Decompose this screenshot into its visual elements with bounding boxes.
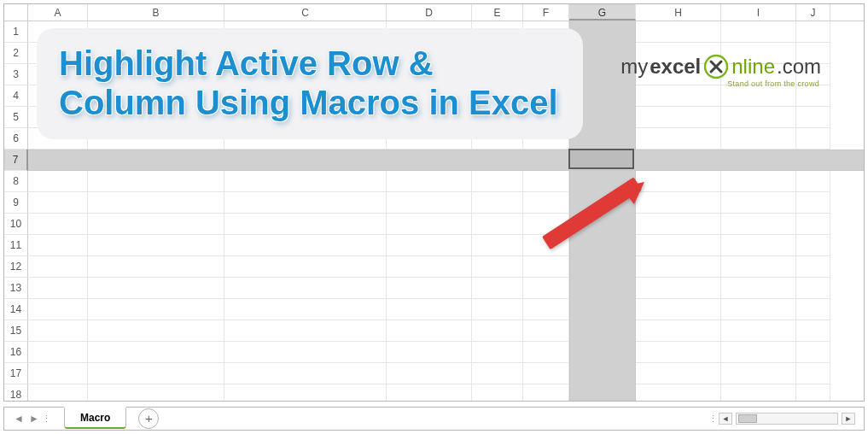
cell[interactable] <box>387 214 472 235</box>
col-head-B[interactable]: B <box>88 4 224 21</box>
row-head-16[interactable]: 16 <box>4 342 28 363</box>
hscroll-right-button[interactable]: ► <box>842 413 855 425</box>
cell[interactable] <box>88 214 224 235</box>
cell[interactable] <box>28 192 88 214</box>
cell[interactable] <box>472 342 523 363</box>
cell[interactable] <box>523 299 569 320</box>
cell[interactable] <box>796 342 830 363</box>
col-head-E[interactable]: E <box>472 4 523 21</box>
row-head-14[interactable]: 14 <box>4 299 28 320</box>
row-head-2[interactable]: 2 <box>4 43 28 64</box>
cell[interactable] <box>636 107 721 128</box>
row-head-12[interactable]: 12 <box>4 256 28 278</box>
cell[interactable] <box>472 214 523 235</box>
tab-split-handle-icon[interactable]: ⋮ <box>42 413 49 425</box>
cell[interactable] <box>28 320 88 342</box>
cell[interactable] <box>472 192 523 214</box>
cell[interactable] <box>796 128 830 150</box>
cell[interactable] <box>224 384 387 401</box>
cell[interactable] <box>636 299 721 320</box>
col-head-A[interactable]: A <box>28 4 88 21</box>
cell[interactable] <box>796 278 830 299</box>
row-head-17[interactable]: 17 <box>4 363 28 384</box>
row-head-13[interactable]: 13 <box>4 278 28 299</box>
col-head-H[interactable]: H <box>636 4 721 21</box>
cell[interactable] <box>636 384 721 401</box>
cell[interactable] <box>721 235 796 256</box>
cell[interactable] <box>721 21 796 43</box>
row-head-3[interactable]: 3 <box>4 64 28 85</box>
cell[interactable] <box>387 235 472 256</box>
cell[interactable] <box>387 278 472 299</box>
cell[interactable] <box>721 384 796 401</box>
cell[interactable] <box>796 214 830 235</box>
cell[interactable] <box>636 363 721 384</box>
cell[interactable] <box>387 299 472 320</box>
cell[interactable] <box>523 342 569 363</box>
cell[interactable] <box>796 256 830 278</box>
row-head-9[interactable]: 9 <box>4 192 28 214</box>
cell[interactable] <box>472 384 523 401</box>
cell[interactable] <box>721 363 796 384</box>
cell[interactable] <box>224 256 387 278</box>
cell[interactable] <box>387 192 472 214</box>
cell[interactable] <box>224 342 387 363</box>
cell[interactable] <box>721 256 796 278</box>
cell[interactable] <box>88 320 224 342</box>
cell[interactable] <box>224 299 387 320</box>
cell[interactable] <box>721 214 796 235</box>
cell[interactable] <box>472 256 523 278</box>
cell[interactable] <box>387 384 472 401</box>
col-head-D[interactable]: D <box>387 4 472 21</box>
cell[interactable] <box>721 128 796 150</box>
row-head-10[interactable]: 10 <box>4 214 28 235</box>
cell[interactable] <box>796 85 830 107</box>
sheet-tab-macro[interactable]: Macro <box>64 407 126 429</box>
row-head-6[interactable]: 6 <box>4 128 28 150</box>
cell[interactable] <box>88 299 224 320</box>
cell[interactable] <box>721 299 796 320</box>
cell[interactable] <box>523 363 569 384</box>
row-head-7[interactable]: 7 <box>4 150 28 171</box>
cell[interactable] <box>88 256 224 278</box>
cell[interactable] <box>28 256 88 278</box>
cell[interactable] <box>472 363 523 384</box>
cell[interactable] <box>224 235 387 256</box>
cell[interactable] <box>636 342 721 363</box>
cell[interactable] <box>472 235 523 256</box>
cell[interactable] <box>28 278 88 299</box>
cell[interactable] <box>387 171 472 192</box>
cell[interactable] <box>224 171 387 192</box>
cell[interactable] <box>796 384 830 401</box>
horizontal-scrollbar[interactable]: ◄ ► <box>719 413 864 425</box>
cell[interactable] <box>28 235 88 256</box>
cell[interactable] <box>88 278 224 299</box>
cell[interactable] <box>636 21 721 43</box>
active-cell[interactable] <box>568 149 634 169</box>
cell[interactable] <box>387 363 472 384</box>
hscroll-split-handle-icon[interactable]: ⋮ <box>708 413 715 425</box>
cell[interactable] <box>224 214 387 235</box>
cell[interactable] <box>28 171 88 192</box>
col-head-J[interactable]: J <box>796 4 830 21</box>
cell[interactable] <box>796 299 830 320</box>
cell[interactable] <box>636 128 721 150</box>
cell[interactable] <box>523 384 569 401</box>
col-head-I[interactable]: I <box>721 4 796 21</box>
cell[interactable] <box>88 342 224 363</box>
cell[interactable] <box>28 299 88 320</box>
add-sheet-button[interactable]: + <box>138 408 159 429</box>
row-head-5[interactable]: 5 <box>4 107 28 128</box>
row-head-1[interactable]: 1 <box>4 21 28 43</box>
cell[interactable] <box>796 192 830 214</box>
cell[interactable] <box>472 320 523 342</box>
cell[interactable] <box>387 342 472 363</box>
row-head-8[interactable]: 8 <box>4 171 28 192</box>
row-head-15[interactable]: 15 <box>4 320 28 342</box>
cell[interactable] <box>28 342 88 363</box>
row-head-18[interactable]: 18 <box>4 384 28 401</box>
cell[interactable] <box>224 320 387 342</box>
hscroll-thumb[interactable] <box>738 414 757 423</box>
col-head-C[interactable]: C <box>224 4 387 21</box>
cell[interactable] <box>721 342 796 363</box>
